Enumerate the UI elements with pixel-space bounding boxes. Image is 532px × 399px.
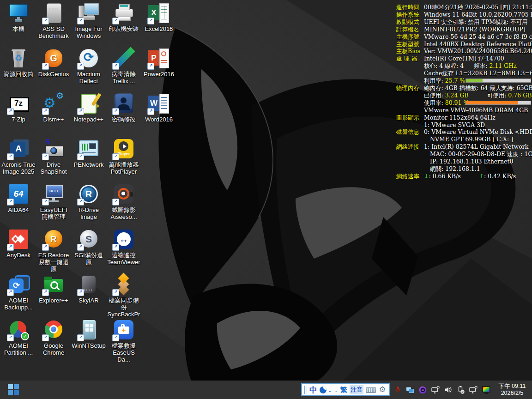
desktop-icon-label: 資源回收筒 [1,71,36,78]
ime-method-label[interactable]: 注音 [350,385,363,394]
ime-charset-button[interactable]: 繁 [340,386,347,394]
taskbar-clock[interactable]: 下午 09:11 2026/2/5 [496,383,528,397]
desktop-icon-label: 萬能播放器 PotPlayer [106,161,141,175]
desktop-icon-label: ASS SD Benchmark [36,25,71,39]
ime-punctuation-button[interactable]: 。， [329,387,338,393]
ime-drag-handle[interactable] [304,386,307,394]
teamviewer-icon[interactable]: 遠端遙控 TeamViewer [106,228,141,273]
sysinfo-line: 利用率: 25.7 % [396,77,532,85]
microphone-muted-icon[interactable] [394,386,401,393]
penetwork-icon[interactable]: PENetwork [71,138,106,183]
winntsetup-icon[interactable]: WinNTSetup [71,319,106,364]
image-for-windows-icon[interactable]: Image For Windows [71,2,106,47]
sysinfo-line-label: 物理內存 [396,85,424,92]
sysinfo-line-value: 已使用: 3.24 GB可使用: 0.76 GB [424,92,532,99]
easeus-data-recovery-icon[interactable]: 檔案救援 EaseUS Da... [106,319,141,364]
shortcut-arrow-overlay [112,334,119,341]
shortcut-arrow-overlay [112,108,119,115]
color-display-icon[interactable] [482,386,490,394]
shortcut-arrow-overlay [7,199,14,206]
desktop-icon-art [7,228,30,250]
sysinfo-line: 磁盤信息 0: VMware Virtual NVMe Disk <HDD> [396,128,532,136]
ime-fullwidth-moon-icon[interactable] [320,387,326,393]
trellix-virus-clean-icon[interactable]: 病毒清除 Trellix ... [106,47,141,92]
7zip-icon[interactable]: 7z 7-Zip [1,92,36,138]
desktop-icon-label: Acronis True Image 2025 [1,161,36,175]
potplayer-icon[interactable]: Player 萬能播放器 PotPlayer [106,138,141,183]
shortcut-arrow-overlay [42,108,49,115]
remote-display-icon[interactable] [431,386,440,394]
sysinfo-line: 圖形顯示 Monitor 532x399 64Hz [396,114,532,121]
recycle-bin-icon[interactable]: 資源回收筒 [1,47,36,92]
purple-ring-app-icon[interactable] [419,386,427,394]
notepad-plus-plus-icon[interactable]: Notepad++ [71,92,106,138]
aomei-partition-icon[interactable]: AOMEI Partition ... [1,319,36,364]
sysinfo-line-label [396,92,424,99]
excel-2016-icon[interactable]: X Excel2016 [141,2,176,47]
sysinfo-line-label: 圖形顯示 [396,114,424,121]
ime-keyboard-icon[interactable] [366,387,376,393]
sysinfo-line-value: Intel 440BX Desktop Reference Platform [424,41,532,48]
aomei-backupper-icon[interactable]: AOMEI Backupp... [1,273,36,319]
desktop-icon-art [7,47,30,69]
desktop-icon-label: Word2016 [141,116,176,123]
desktop-icon-label: PENetwork [71,161,106,168]
desktop-icon-art: S [78,228,100,250]
this-pc-icon[interactable]: 本機 [1,2,36,47]
desktop-icon-art [113,92,135,115]
ime-settings-gear-icon[interactable] [378,384,387,395]
aiseesoft-screen-recorder-icon[interactable]: 截圖錄影 Aiseeso... [106,183,141,228]
explorer-plus-plus-icon[interactable]: Explorer++ [36,273,71,319]
acronis-true-image-icon[interactable]: A Acronis True Image 2025 [1,138,36,183]
sysinfo-line: 運行時間 00時04分21秒 2026-02-05 [四] 21:11:36 [396,4,532,11]
sysinfo-line: NVME GPT 69.99GB [ C:X: ] [396,136,532,143]
sysinfo-line: 網絡速率 ↓: 0.66 KB/s↑: 0.42 KB/s [396,173,532,180]
sysinfo-line-value: NVME GPT 69.99GB [ C:X: ] [424,136,532,143]
desktop-icon-art: A [7,138,30,160]
sysinfo-line-label: 磁盤信息 [396,128,424,136]
shortcut-arrow-overlay [42,244,49,251]
macrium-reflect-icon[interactable]: Macrium Reflect [71,47,106,92]
shortcut-arrow-overlay [112,199,119,206]
usage-bar [466,79,531,83]
r-drive-image-icon[interactable]: R R-Drive Image [71,183,106,228]
shortcut-arrow-overlay [112,18,119,24]
powerpoint-2016-icon[interactable]: P Power2016 [141,47,176,92]
drive-snapshot-icon[interactable]: S Drive SnapShot [36,138,71,183]
display-connect-icon[interactable] [469,386,478,394]
desktop-icon-art: S [42,138,65,160]
desktop-icon-label: ES Restore 易數一鍵還原 [36,252,71,272]
password-change-icon[interactable]: 密碼修改 [106,92,141,138]
dism-plus-plus-icon[interactable]: Dism++ [36,92,71,138]
sysinfo-line-label [396,158,424,165]
easyuefi-icon[interactable]: UEFI EasyUEFI 開機管理 [36,183,71,228]
sysinfo-line-label: 主板型號 [396,41,424,48]
as-ssd-benchmark-icon[interactable]: SSD ASS SD Benchmark [36,2,71,47]
syncbackpro-icon[interactable]: 檔案同步備份 SyncBackPro [106,273,141,319]
volume-icon[interactable] [444,386,452,393]
skyiar-icon[interactable]: SkyIAR [71,273,106,319]
word-2016-icon[interactable]: W Word2016 [141,92,176,138]
anydesk-icon[interactable]: AnyDesk [1,228,36,273]
es-restore-icon[interactable]: R ES Restore 易數一鍵還原 [36,228,71,273]
sysinfo-line: 物理內存 總內存: 4GB 插槽數: 64 最大支持: 65GB [396,85,532,92]
desktop-icon-label: Power2016 [141,71,176,78]
sysinfo-line-label: 處 理 器 [396,55,424,62]
desktop-icon-art [113,2,135,24]
diskgenius-icon[interactable]: G DiskGenius [36,47,71,92]
sysinfo-line-label: 計算機名 [396,26,424,33]
ime-toolbar[interactable]: 中 。， 繁 注音 [301,383,390,396]
start-button[interactable] [6,383,20,397]
printer-install-icon[interactable]: 印表機安裝 [106,2,141,47]
google-chrome-icon[interactable]: Google Chrome [36,319,71,364]
sgi-backup-restore-icon[interactable]: S SGI備份還原 [71,228,106,273]
desktop-icon-art: 7z [7,92,30,115]
desktop-icon-art: W [148,92,170,115]
sysinfo-line-label [396,70,424,77]
desktop-icon-label: R-Drive Image [71,206,106,220]
ime-mode-button[interactable]: 中 [309,385,317,395]
aida64-icon[interactable]: 64 AIDA64 [1,183,36,228]
network-displays-icon[interactable] [406,386,414,393]
shortcut-arrow-overlay [42,153,49,160]
usb-safely-remove-icon[interactable] [457,386,465,394]
